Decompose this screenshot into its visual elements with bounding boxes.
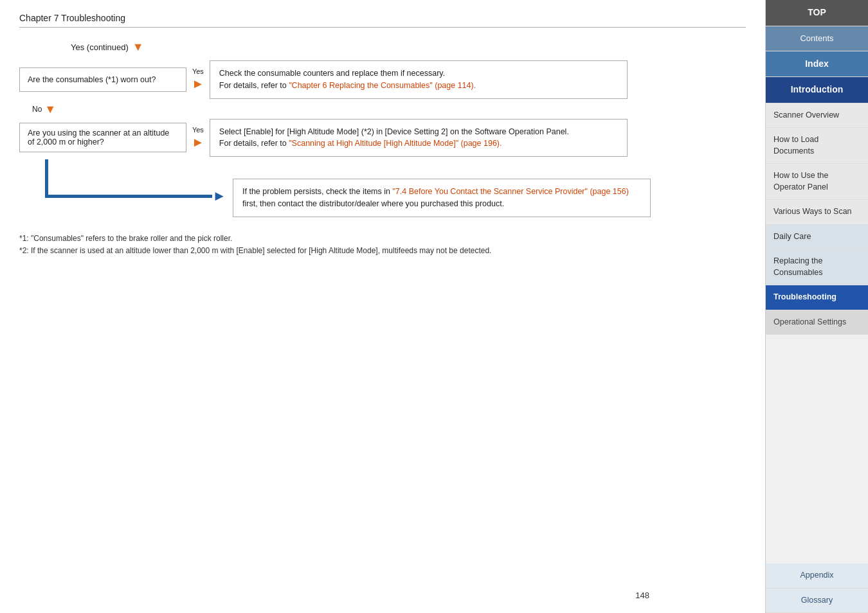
final-answer-link1[interactable]: "7.4 Before You Contact the Scanner Serv… — [392, 187, 628, 196]
no-arrow-down: ▼ — [44, 103, 56, 116]
question-2-text: Are you using the scanner at an altitude… — [28, 129, 178, 147]
footnote-1: *1: "Consumables" refers to the brake ro… — [19, 233, 746, 245]
answer-box-1: Check the consumable counters and replac… — [210, 60, 628, 99]
yes-label-2: Yes — [192, 126, 204, 134]
sidebar-spacer — [766, 335, 868, 564]
sidebar-item-various-ways[interactable]: Various Ways to Scan — [766, 200, 868, 225]
answer-1-link[interactable]: "Chapter 6 Replacing the Consumables" (p… — [289, 81, 476, 90]
no-text: No — [32, 105, 42, 114]
yes-continued-text: Yes (continued) — [71, 42, 129, 52]
final-answer-prefix: If the problem persists, check the items… — [242, 187, 392, 196]
l-horiz-line — [45, 195, 212, 198]
sidebar-item-glossary[interactable]: Glossary — [766, 589, 868, 614]
final-answer-mid: first, then contact the distributor/deal… — [242, 199, 504, 208]
sidebar-item-troubleshooting[interactable]: Troubleshooting — [766, 285, 868, 310]
arrow-down-icon: ▼ — [132, 40, 144, 54]
sidebar-item-replacing[interactable]: Replacing the Consumables — [766, 249, 868, 285]
sidebar-item-scanner-overview[interactable]: Scanner Overview — [766, 103, 868, 129]
sidebar-item-top[interactable]: TOP — [766, 0, 868, 26]
footnotes: *1: "Consumables" refers to the brake ro… — [19, 233, 746, 257]
answer-2-line1: Select [Enable] for [High Altitude Mode]… — [219, 127, 569, 136]
final-row: ► If the problem persists, check the ite… — [19, 159, 746, 217]
no-label: No ▼ — [32, 103, 746, 116]
no-branch: No ▼ — [32, 103, 746, 116]
question-box-2: Are you using the scanner at an altitude… — [19, 123, 186, 152]
answer-2-line2: For details, refer to — [219, 139, 289, 148]
yes-label-1: Yes — [192, 67, 204, 75]
sidebar-item-how-to-load[interactable]: How to Load Documents — [766, 128, 868, 164]
orange-arrow-2: ► — [192, 135, 204, 150]
answer-box-2: Select [Enable] for [High Altitude Mode]… — [210, 119, 628, 157]
chapter-title: Chapter 7 Troubleshooting — [19, 13, 746, 28]
question-box-1: Are the consumables (*1) worn out? — [19, 67, 186, 92]
sidebar-item-contents[interactable]: Contents — [766, 26, 868, 51]
sidebar-item-introduction[interactable]: Introduction — [766, 77, 868, 103]
sidebar-item-how-to-use[interactable]: How to Use the Operator Panel — [766, 164, 868, 200]
sidebar: TOP Contents Index Introduction Scanner … — [765, 0, 868, 613]
answer-1-line1: Check the consumable counters and replac… — [219, 69, 445, 78]
sidebar-item-daily-care[interactable]: Daily Care — [766, 225, 868, 250]
sidebar-item-appendix[interactable]: Appendix — [766, 564, 868, 589]
main-content: Chapter 7 Troubleshooting Yes (continued… — [0, 0, 765, 613]
question-1-text: Are the consumables (*1) worn out? — [28, 75, 156, 84]
flow-row-2: Are you using the scanner at an altitude… — [19, 119, 746, 157]
page-number: 148 — [635, 591, 649, 600]
footnote-2: *2: If the scanner is used at an altitud… — [19, 245, 746, 257]
orange-arrow-1: ► — [192, 76, 204, 91]
yes-continued-label: Yes (continued) ▼ — [71, 40, 746, 54]
sidebar-item-operational[interactable]: Operational Settings — [766, 310, 868, 335]
l-arrow-right-icon: ► — [212, 188, 226, 204]
flowchart: Yes (continued) ▼ Are the consumables (*… — [19, 40, 746, 257]
sidebar-item-index[interactable]: Index — [766, 51, 868, 78]
answer-box-final: If the problem persists, check the items… — [233, 179, 651, 217]
answer-2-link[interactable]: "Scanning at High Altitude [High Altitud… — [289, 139, 502, 148]
l-connector: ► — [19, 159, 225, 217]
l-vert-line — [45, 159, 48, 198]
flow-row-1: Are the consumables (*1) worn out? Yes ►… — [19, 60, 746, 99]
answer-1-line2: For details, refer to — [219, 81, 289, 90]
